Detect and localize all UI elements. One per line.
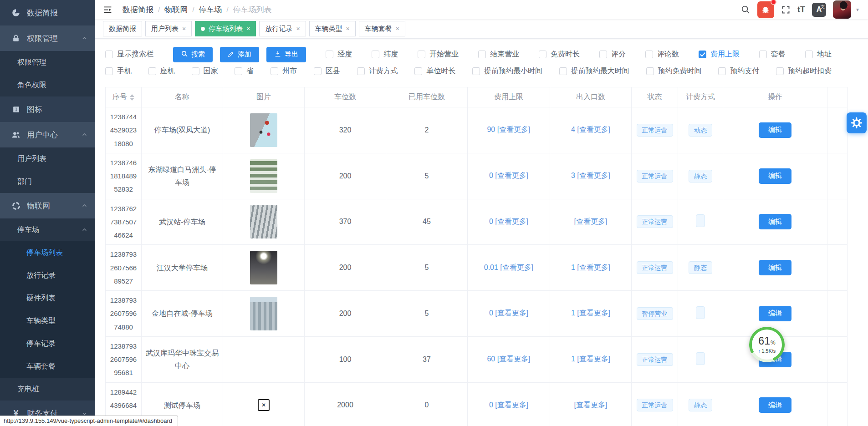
bug-report-button[interactable]	[757, 1, 774, 18]
sidebar-item-vehicle-type[interactable]: 车辆类型	[0, 309, 95, 332]
search-icon[interactable]	[740, 5, 751, 15]
translate-icon[interactable]: A 文	[812, 3, 826, 17]
filter-checkbox-地址[interactable]: 地址	[805, 50, 832, 59]
filter-checkbox-省[interactable]: 省	[235, 66, 254, 76]
gates-more-link[interactable]: 3 [查看更多]	[571, 172, 610, 179]
checkbox-label: 省	[246, 66, 254, 76]
edit-button[interactable]: 编辑	[759, 122, 791, 138]
sidebar-item-role-permission[interactable]: 角色权限	[0, 74, 95, 96]
fee-more-link[interactable]: 0 [查看更多]	[489, 218, 528, 225]
sidebar-item-hardware-list[interactable]: 硬件列表	[0, 287, 95, 309]
breadcrumb-item[interactable]: 物联网	[164, 5, 188, 15]
user-menu-caret-icon[interactable]: ▾	[856, 6, 859, 13]
tab-pass-records[interactable]: 放行记录×	[259, 21, 306, 36]
export-button[interactable]: 导出	[266, 47, 306, 62]
sidebar-item-parking-records[interactable]: 停车记录	[0, 332, 95, 355]
tab-close-icon[interactable]: ×	[182, 25, 186, 32]
sidebar-item-permission-management-sub[interactable]: 权限管理	[0, 51, 95, 74]
filter-checkbox-评分[interactable]: 评分	[599, 50, 626, 59]
gates-more-link[interactable]: 1 [查看更多]	[571, 309, 610, 317]
gates-more-link[interactable]: [查看更多]	[574, 218, 608, 225]
sort-asc-icon[interactable]	[130, 94, 134, 97]
filter-checkbox-预约免费时间[interactable]: 预约免费时间	[646, 66, 702, 76]
app-window: 数据简报权限管理权限管理角色权限图标用户中心用户列表部门物联网停车场停车场列表放…	[0, 0, 868, 426]
tab-user-list[interactable]: 用户列表×	[145, 21, 192, 36]
avatar[interactable]	[833, 0, 851, 19]
top-navbar: 数据简报/物联网/停车场/停车场列表	[95, 0, 868, 19]
filter-checkbox-纬度[interactable]: 纬度	[372, 50, 398, 59]
filter-checkbox-费用上限[interactable]: 费用上限	[699, 50, 740, 59]
checkbox-label: 提前预约最小时间	[484, 66, 542, 76]
filter-checkbox-评论数[interactable]: 评论数	[645, 50, 679, 59]
sidebar-item-dashboard[interactable]: 数据简报	[0, 0, 95, 25]
search-button[interactable]: 搜索	[173, 47, 213, 62]
sidebar-item-user-list[interactable]: 用户列表	[0, 147, 95, 170]
cell-photo	[223, 199, 305, 245]
edit-button[interactable]: 编辑	[759, 260, 791, 275]
column-header: 已用车位数	[386, 87, 468, 107]
gates-more-link[interactable]: 1 [查看更多]	[571, 264, 610, 271]
gates-more-link[interactable]: 4 [查看更多]	[571, 126, 610, 133]
breadcrumb-item[interactable]: 停车场	[199, 5, 222, 15]
edit-button[interactable]: 编辑	[759, 168, 791, 184]
filter-checkbox-单位时长[interactable]: 单位时长	[414, 66, 455, 76]
filter-checkbox-座机[interactable]: 座机	[148, 66, 175, 76]
gates-more-link[interactable]: 1 [查看更多]	[571, 355, 610, 363]
sidebar-item-charging-pile[interactable]: 充电桩	[0, 378, 95, 401]
filter-checkbox-套餐[interactable]: 套餐	[759, 50, 786, 59]
sidebar-item-permission-management[interactable]: 权限管理	[0, 25, 95, 51]
font-size-icon[interactable]: tT	[797, 5, 805, 15]
tab-parking-lot-list[interactable]: 停车场列表×	[195, 21, 256, 36]
filter-checkbox-区县[interactable]: 区县	[314, 66, 340, 76]
cell-gates: 1 [查看更多]	[550, 245, 632, 291]
tab-close-icon[interactable]: ×	[396, 25, 399, 32]
sidebar-item-vehicle-package[interactable]: 车辆套餐	[0, 355, 95, 378]
sidebar-item-parking-lot[interactable]: 停车场	[0, 218, 95, 241]
sidebar-item-user-center[interactable]: 用户中心	[0, 122, 95, 147]
tab-close-icon[interactable]: ×	[296, 25, 300, 32]
filter-checkbox-结束营业[interactable]: 结束营业	[478, 50, 519, 59]
tab-vehicle-type[interactable]: 车辆类型×	[309, 21, 356, 36]
filter-checkbox-国家[interactable]: 国家	[192, 66, 218, 76]
fee-more-link[interactable]: 0 [查看更多]	[489, 309, 528, 317]
filter-checkbox-开始营业[interactable]: 开始营业	[418, 50, 459, 59]
sidebar-item-department[interactable]: 部门	[0, 170, 95, 193]
filter-checkbox-州市[interactable]: 州市	[271, 66, 297, 76]
edit-button[interactable]: 编辑	[759, 214, 791, 229]
sort-desc-icon[interactable]	[130, 98, 134, 101]
edit-button[interactable]: 编辑	[759, 397, 791, 413]
filter-checkbox-手机[interactable]: 手机	[105, 66, 132, 76]
cell-name: 江汉大学停车场	[142, 245, 223, 291]
fee-more-link[interactable]: 0 [查看更多]	[489, 172, 528, 179]
filter-checkbox-提前预约最小时间[interactable]: 提前预约最小时间	[472, 66, 542, 76]
sidebar-item-pass-records[interactable]: 放行记录	[0, 264, 95, 287]
fullscreen-icon[interactable]	[781, 5, 791, 15]
filter-checkbox-免费时长[interactable]: 免费时长	[539, 50, 580, 59]
fee-more-link[interactable]: 60 [查看更多]	[487, 355, 530, 363]
tab-close-icon[interactable]: ×	[246, 25, 250, 32]
tab-vehicle-package[interactable]: 车辆套餐×	[359, 21, 405, 36]
fee-more-link[interactable]: 0.01 [查看更多]	[484, 264, 533, 271]
checkbox-label: 纬度	[383, 50, 398, 59]
filter-checkbox-预约超时扣费[interactable]: 预约超时扣费	[776, 66, 832, 76]
fee-more-link[interactable]: 90 [查看更多]	[487, 126, 530, 133]
tab-dashboard[interactable]: 数据简报	[103, 21, 142, 36]
show-search-checkbox[interactable]: 显示搜索栏	[105, 50, 153, 59]
tab-close-icon[interactable]: ×	[346, 25, 350, 32]
sidebar-item-iot[interactable]: 物联网	[0, 193, 95, 218]
breadcrumb-item[interactable]: 数据简报	[123, 5, 153, 15]
sidebar-item-icons[interactable]: 图标	[0, 96, 95, 122]
add-button[interactable]: 添加	[220, 47, 259, 62]
translate-cjk: 文	[821, 4, 825, 10]
filter-checkbox-计费方式[interactable]: 计费方式	[357, 66, 398, 76]
fee-more-link[interactable]: 0 [查看更多]	[489, 401, 528, 409]
filter-checkbox-经度[interactable]: 经度	[326, 50, 352, 59]
edit-button[interactable]: 编辑	[759, 306, 791, 321]
hamburger-menu-icon[interactable]	[101, 3, 114, 16]
gates-more-link[interactable]: [查看更多]	[574, 401, 608, 409]
filter-checkbox-预约支付[interactable]: 预约支付	[718, 66, 759, 76]
filter-checkbox-提前预约最大时间[interactable]: 提前预约最大时间	[559, 66, 629, 76]
sort-icons[interactable]	[130, 94, 134, 101]
settings-gear-button[interactable]	[847, 112, 867, 133]
sidebar-item-parking-lot-list[interactable]: 停车场列表	[0, 241, 95, 264]
